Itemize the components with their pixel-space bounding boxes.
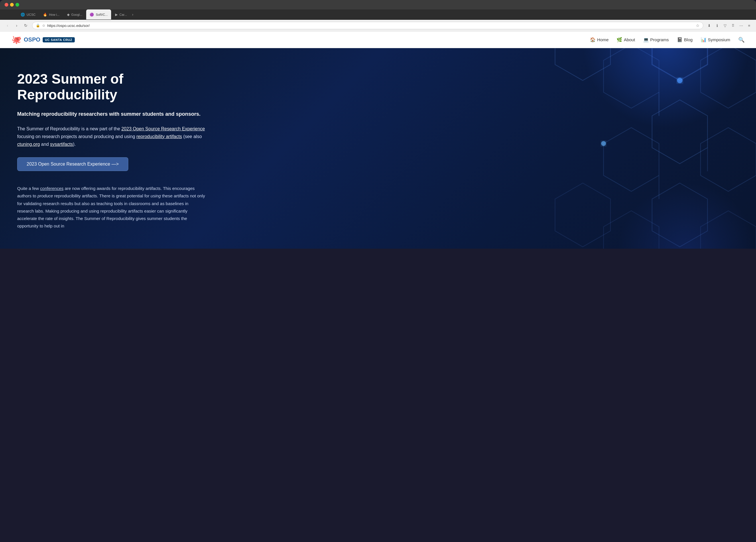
lower-em-1: produce	[38, 193, 53, 198]
extensions-icon[interactable]: ⠿	[730, 22, 737, 29]
hero-body-text-1: The Summer of Reproducibility is a new p…	[17, 126, 121, 131]
osre-link[interactable]: 2023 Open Source Research Experience	[121, 126, 205, 131]
hero-body-text: The Summer of Reproducibility is a new p…	[17, 125, 206, 148]
tab-label: How i...	[49, 13, 60, 16]
tab-icon: 🌐	[21, 13, 25, 17]
logo-icon: 🐙	[11, 35, 21, 44]
url-display: https://ospo.ucsc.edu/sor/	[47, 23, 694, 28]
browser-tabs: 🌐 UCSC 🔥 How i... ◆ Googl... 🟣 SoR/C... …	[0, 9, 756, 20]
home-icon: 🏠	[590, 37, 596, 42]
nav-blog[interactable]: 📓 Blog	[677, 37, 693, 42]
tab-label: SoR/C...	[96, 13, 108, 16]
hero-section: 2023 Summer of Reproducibility Matching …	[0, 48, 756, 249]
tab-label: Car...	[119, 13, 127, 16]
nav-home[interactable]: 🏠 Home	[590, 37, 609, 42]
forward-button[interactable]: ›	[13, 21, 21, 29]
url-icon: ⊙	[42, 24, 45, 27]
tab-label: UCSC	[27, 13, 36, 16]
tab-how[interactable]: 🔥 How i...	[40, 9, 63, 20]
hero-title: 2023 Summer of Reproducibility	[17, 71, 206, 102]
fullscreen-button[interactable]	[15, 3, 19, 7]
svg-point-26	[617, 183, 756, 249]
sysartifacts-link[interactable]: sysartifacts	[50, 142, 73, 147]
back-button[interactable]: ‹	[3, 21, 11, 29]
tab-ucsc[interactable]: 🌐 UCSC	[17, 9, 39, 20]
download-icon[interactable]: ⬇	[706, 22, 712, 29]
logo-ospo-text: OSPO	[24, 36, 40, 43]
tab-sor[interactable]: 🟣 SoR/C...	[86, 9, 111, 20]
site-header: 🐙 OSPO UC SANTA CRUZ 🏠 Home 🌿 About 💻 Pr…	[0, 31, 756, 48]
svg-marker-9	[700, 127, 756, 191]
repro-artifacts-link[interactable]: reproducibility artifacts	[136, 134, 182, 139]
tab-car[interactable]: ▶ Car...	[112, 9, 130, 20]
hero-lower-text: Quite a few conferences are now offering…	[17, 185, 206, 230]
hero-body-text-2: focusing on research projects around pro…	[17, 134, 136, 139]
traffic-lights	[5, 3, 19, 7]
more-icon[interactable]: ≡	[746, 22, 753, 29]
tab-icon: 🔥	[43, 13, 47, 17]
nav-home-label: Home	[597, 37, 609, 42]
security-icon: 🔒	[36, 23, 40, 27]
conferences-link[interactable]: conferences	[40, 186, 64, 191]
nav-programs-label: Programs	[650, 37, 669, 42]
browser-toolbar: ‹ › ↻ 🔒 ⊙ https://ospo.ucsc.edu/sor/ ☆ ⬇…	[0, 20, 756, 31]
lower-em-2: using	[151, 193, 161, 198]
hero-content: 2023 Summer of Reproducibility Matching …	[17, 71, 206, 230]
svg-marker-10	[555, 183, 611, 247]
nav-blog-label: Blog	[684, 37, 693, 42]
hero-body-text-4: and	[40, 142, 50, 147]
svg-marker-7	[604, 127, 659, 191]
bookmark-icon[interactable]: ☆	[696, 23, 700, 28]
tab-label: Googl...	[71, 13, 82, 16]
lower-text-1: Quite a few	[17, 186, 40, 191]
minimize-button[interactable]	[10, 3, 14, 7]
address-bar[interactable]: 🔒 ⊙ https://ospo.ucsc.edu/sor/ ☆	[32, 22, 703, 29]
nav-about-label: About	[624, 37, 635, 42]
hero-body-text-5: ).	[73, 142, 76, 147]
about-icon: 🌿	[617, 37, 622, 42]
programs-icon: 💻	[643, 37, 649, 42]
svg-point-25	[583, 48, 749, 127]
vpn-icon[interactable]: ▽	[722, 22, 729, 29]
reload-button[interactable]: ↻	[22, 21, 30, 29]
info-icon[interactable]: ℹ	[714, 22, 720, 29]
hero-decoration	[340, 48, 756, 249]
hero-body-text-3: (see also	[182, 134, 202, 139]
hero-subtitle: Matching reproducibility researchers wit…	[17, 111, 206, 118]
tab-icon: 🟣	[90, 13, 94, 17]
site-logo[interactable]: 🐙 OSPO UC SANTA CRUZ	[11, 35, 75, 44]
settings-icon[interactable]: ⋯	[738, 22, 745, 29]
tab-google[interactable]: ◆ Googl...	[64, 9, 86, 20]
nav-about[interactable]: 🌿 About	[617, 37, 635, 42]
nav-symposium-label: Symposium	[708, 37, 730, 42]
browser-window: 🌐 UCSC 🔥 How i... ◆ Googl... 🟣 SoR/C... …	[0, 0, 756, 249]
ctuning-link[interactable]: ctuning.org	[17, 142, 40, 147]
browser-titlebar	[0, 0, 756, 9]
site-navigation: 🏠 Home 🌿 About 💻 Programs 📓 Blog 📊	[590, 37, 745, 43]
search-button[interactable]: 🔍	[738, 37, 745, 43]
nav-programs[interactable]: 💻 Programs	[643, 37, 669, 42]
tab-icon: ◆	[67, 13, 70, 17]
logo-uc-text: UC SANTA CRUZ	[43, 37, 75, 42]
svg-point-18	[601, 141, 606, 146]
nav-buttons: ‹ › ↻	[3, 21, 30, 29]
website-content: 🐙 OSPO UC SANTA CRUZ 🏠 Home 🌿 About 💻 Pr…	[0, 31, 756, 249]
nav-symposium[interactable]: 📊 Symposium	[701, 37, 730, 42]
lower-text-4: these artifacts not only for validating …	[17, 193, 205, 228]
tab-icon: ▶	[115, 13, 118, 17]
cta-button[interactable]: 2023 Open Source Research Experience —>	[17, 157, 128, 171]
tabs-overflow[interactable]: ›	[132, 12, 133, 17]
close-button[interactable]	[5, 3, 8, 7]
symposium-icon: 📊	[701, 37, 706, 42]
lower-text-3: reproducibility artifacts. There is grea…	[53, 193, 151, 198]
toolbar-actions: ⬇ ℹ ▽ ⠿ ⋯ ≡	[706, 22, 753, 29]
blog-icon: 📓	[677, 37, 683, 42]
